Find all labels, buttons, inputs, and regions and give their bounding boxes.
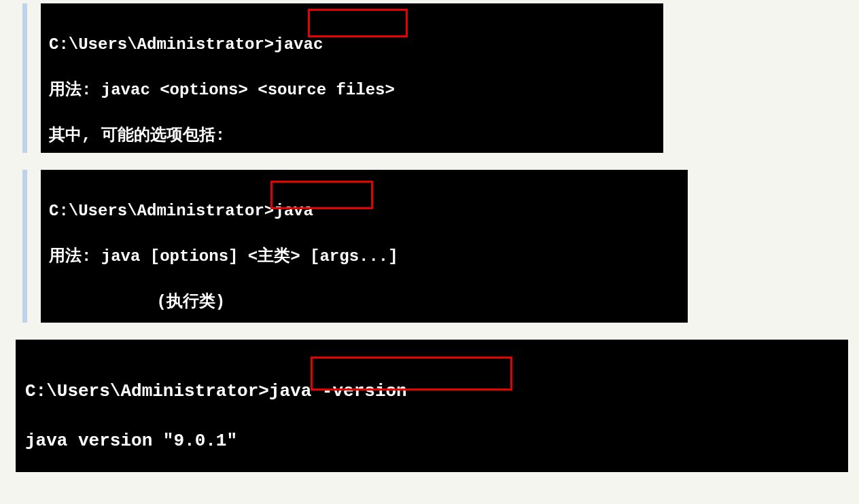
usage-line: 用法: javac <options> <source files>	[49, 79, 655, 102]
terminal-java: C:\Users\Administrator>java 用法: java [op…	[41, 170, 688, 323]
command: java	[274, 202, 313, 220]
command: java -version	[269, 381, 407, 401]
selection-marker	[22, 3, 27, 153]
command: javac	[274, 35, 323, 54]
version-line: java version "9.0.1"	[25, 429, 839, 453]
options-header: 其中, 可能的选项包括:	[49, 124, 655, 147]
terminal-java-version: C:\Users\Administrator>java -version jav…	[16, 340, 848, 472]
terminal-javac: C:\Users\Administrator>javac 用法: javac <…	[41, 3, 663, 153]
prompt: C:\Users\Administrator>	[25, 381, 269, 401]
usage-line: 用法: java [options] <主类> [args...]	[49, 245, 680, 268]
prompt: C:\Users\Administrator>	[49, 202, 274, 220]
usage-line: (执行类)	[49, 291, 680, 314]
selection-marker	[22, 170, 27, 323]
prompt: C:\Users\Administrator>	[49, 35, 274, 54]
